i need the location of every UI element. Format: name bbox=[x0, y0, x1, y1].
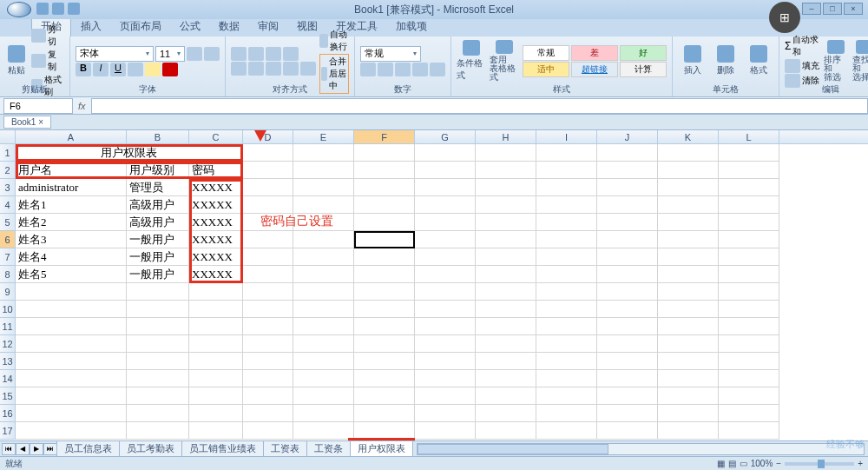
cell-E8[interactable] bbox=[293, 266, 354, 283]
select-all-box[interactable] bbox=[0, 130, 16, 143]
cell-F8[interactable] bbox=[354, 266, 415, 283]
cell-F12[interactable] bbox=[354, 335, 415, 353]
cell-J16[interactable] bbox=[597, 405, 658, 422]
cell-E3[interactable] bbox=[293, 179, 354, 196]
indent-dec-icon[interactable] bbox=[283, 62, 299, 76]
cell-A1[interactable]: 用户权限表 bbox=[16, 144, 243, 162]
cell-J6[interactable] bbox=[597, 231, 658, 248]
row-header-14[interactable]: 14 bbox=[0, 370, 16, 387]
next-sheet-icon[interactable]: ▶ bbox=[30, 443, 43, 455]
cell-B13[interactable] bbox=[127, 353, 189, 370]
cell-J8[interactable] bbox=[597, 266, 658, 283]
zoom-out-button[interactable]: − bbox=[776, 459, 781, 468]
view-layout-icon[interactable]: ▤ bbox=[728, 459, 736, 468]
col-header-I[interactable]: I bbox=[536, 130, 597, 143]
qat-redo-icon[interactable] bbox=[68, 3, 80, 15]
cell-A7[interactable]: 姓名4 bbox=[16, 248, 127, 266]
cell-L8[interactable] bbox=[719, 266, 779, 283]
cell-J4[interactable] bbox=[597, 196, 658, 214]
dec-dec-icon[interactable] bbox=[430, 63, 445, 76]
col-header-E[interactable]: E bbox=[293, 130, 354, 143]
cell-D10[interactable] bbox=[243, 301, 293, 318]
cell-D16[interactable] bbox=[243, 405, 293, 422]
col-header-L[interactable]: L bbox=[719, 130, 779, 143]
cell-H11[interactable] bbox=[476, 318, 536, 335]
row-header-17[interactable]: 17 bbox=[0, 422, 16, 440]
cell-I13[interactable] bbox=[536, 353, 597, 370]
last-sheet-icon[interactable]: ⏭ bbox=[43, 443, 57, 455]
tab-插入[interactable]: 插入 bbox=[72, 17, 110, 36]
cell-E9[interactable] bbox=[293, 283, 354, 301]
cut-button[interactable]: 剪切 bbox=[31, 23, 64, 48]
cell-K7[interactable] bbox=[658, 248, 719, 266]
prev-sheet-icon[interactable]: ◀ bbox=[16, 443, 30, 455]
col-header-K[interactable]: K bbox=[658, 130, 719, 143]
cell-E2[interactable] bbox=[293, 162, 354, 179]
align-bot-icon[interactable] bbox=[266, 47, 281, 61]
sort-button[interactable]: 排序和 筛选 bbox=[824, 40, 848, 82]
cell-L9[interactable] bbox=[719, 283, 779, 301]
comma-icon[interactable] bbox=[395, 63, 411, 76]
cell-I8[interactable] bbox=[536, 266, 597, 283]
cell-D2[interactable] bbox=[243, 162, 293, 179]
cell-E7[interactable] bbox=[293, 248, 354, 266]
cell-I16[interactable] bbox=[536, 405, 597, 422]
cell-D3[interactable] bbox=[243, 179, 293, 196]
cell-K1[interactable] bbox=[658, 144, 719, 162]
cell-A4[interactable]: 姓名1 bbox=[16, 196, 127, 214]
cell-H12[interactable] bbox=[476, 335, 536, 353]
cell-G14[interactable] bbox=[415, 370, 476, 387]
horizontal-scrollbar[interactable] bbox=[417, 443, 865, 455]
col-header-B[interactable]: B bbox=[127, 130, 189, 143]
cell-F15[interactable] bbox=[354, 387, 415, 405]
cell-H14[interactable] bbox=[476, 370, 536, 387]
cell-J3[interactable] bbox=[597, 179, 658, 196]
zoom-level[interactable]: 100% bbox=[751, 459, 773, 468]
cell-G11[interactable] bbox=[415, 318, 476, 335]
row-header-2[interactable]: 2 bbox=[0, 162, 16, 179]
maximize-button[interactable]: □ bbox=[823, 3, 842, 15]
align-mid-icon[interactable] bbox=[248, 47, 264, 61]
cell-B11[interactable] bbox=[127, 318, 189, 335]
tab-加载项[interactable]: 加载项 bbox=[387, 17, 436, 36]
cell-J11[interactable] bbox=[597, 318, 658, 335]
sheet-tab-员工销售业绩表[interactable]: 员工销售业绩表 bbox=[181, 441, 264, 457]
cell-K12[interactable] bbox=[658, 335, 719, 353]
align-top-icon[interactable] bbox=[231, 47, 247, 61]
cell-A8[interactable]: 姓名5 bbox=[16, 266, 127, 283]
cell-G1[interactable] bbox=[415, 144, 476, 162]
cell-K3[interactable] bbox=[658, 179, 719, 196]
cell-A13[interactable] bbox=[16, 353, 127, 370]
workbook-tab[interactable]: Book1 × bbox=[3, 116, 51, 129]
cell-H7[interactable] bbox=[476, 248, 536, 266]
col-header-G[interactable]: G bbox=[415, 130, 476, 143]
col-header-H[interactable]: H bbox=[476, 130, 536, 143]
cell-G16[interactable] bbox=[415, 405, 476, 422]
cell-K4[interactable] bbox=[658, 196, 719, 214]
cell-H5[interactable] bbox=[476, 214, 536, 231]
cell-A17[interactable] bbox=[16, 422, 127, 440]
row-header-15[interactable]: 15 bbox=[0, 387, 16, 405]
float-widget-icon[interactable]: ⊞ bbox=[769, 2, 800, 33]
cell-I5[interactable] bbox=[536, 214, 597, 231]
cell-E11[interactable] bbox=[293, 318, 354, 335]
table-format-button[interactable]: 套用 表格格式 bbox=[490, 40, 519, 82]
col-header-C[interactable]: C bbox=[189, 130, 243, 143]
cell-F10[interactable] bbox=[354, 301, 415, 318]
copy-button[interactable]: 复制 bbox=[31, 49, 64, 73]
inc-dec-icon[interactable] bbox=[412, 63, 428, 76]
cell-A12[interactable] bbox=[16, 335, 127, 353]
cell-D13[interactable] bbox=[243, 353, 293, 370]
cell-B9[interactable] bbox=[127, 283, 189, 301]
view-normal-icon[interactable]: ▦ bbox=[717, 459, 725, 468]
cell-I6[interactable] bbox=[536, 231, 597, 248]
cell-G15[interactable] bbox=[415, 387, 476, 405]
cell-F4[interactable] bbox=[354, 196, 415, 214]
cell-G10[interactable] bbox=[415, 301, 476, 318]
office-button[interactable] bbox=[7, 2, 31, 17]
cell-I4[interactable] bbox=[536, 196, 597, 214]
cell-J13[interactable] bbox=[597, 353, 658, 370]
row-header-11[interactable]: 11 bbox=[0, 318, 16, 335]
cell-A15[interactable] bbox=[16, 387, 127, 405]
cell-F13[interactable] bbox=[354, 353, 415, 370]
